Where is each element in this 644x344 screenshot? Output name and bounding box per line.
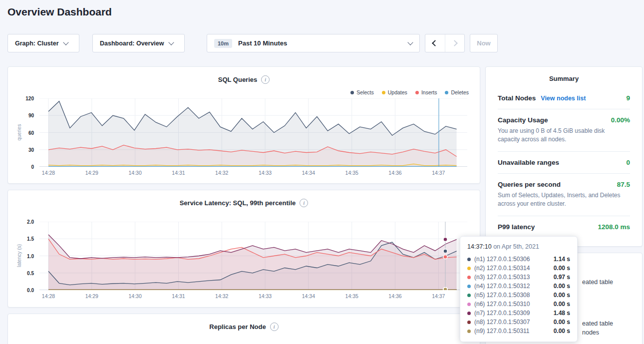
tooltip-node-row: (n4) 127.0.0.1:503120.00 s (467, 282, 570, 291)
y-axis-ticks: 0.00.51.01.52.0 (8, 222, 37, 290)
x-tick-label: 14:28 (42, 293, 55, 299)
node-address: (n1) 127.0.0.1:50306 (474, 256, 530, 263)
summary-row-unavailable-ranges: Unavailable ranges 0 (498, 152, 630, 174)
legend-dot (445, 91, 448, 94)
legend-dot (382, 91, 385, 94)
sql-queries-card: SQL Queries SelectsUpdatesInsertsDeletes… (7, 66, 480, 184)
node-latency-value: 0.00 s (554, 265, 570, 272)
tooltip-node-row: (n3) 127.0.0.1:503130.97 s (467, 273, 570, 282)
event-text-fragment: eated table (582, 320, 613, 327)
tooltip-node-row: (n2) 127.0.0.1:503140.00 s (467, 264, 570, 273)
y-tick-label: 0.5 (27, 270, 34, 276)
node-address: (n3) 127.0.0.1:50313 (474, 274, 530, 281)
y-axis-ticks: 0306090120 (8, 98, 37, 167)
total-nodes-label: Total Nodes (498, 94, 536, 102)
total-nodes-value: 9 (626, 94, 630, 102)
info-icon[interactable] (261, 75, 270, 84)
node-color-dot (467, 285, 471, 288)
node-latency-value: 0.97 s (554, 274, 570, 281)
y-tick-label: 0 (31, 164, 34, 170)
chart-title-row: Replicas per Node (8, 314, 480, 331)
node-address: (n2) 127.0.0.1:50314 (474, 265, 530, 272)
chevron-right-icon (451, 40, 458, 46)
legend-label: Inserts (421, 89, 437, 95)
legend-item-deletes[interactable]: Deletes (445, 89, 469, 95)
p99-latency-label: P99 latency (498, 223, 535, 231)
time-range-label: Past 10 Minutes (238, 39, 287, 47)
summary-row-qps: Queries per second 87.5 Sum of Selects, … (498, 174, 630, 216)
x-tick-label: 14:30 (128, 170, 141, 176)
chevron-down-icon (63, 39, 68, 45)
qps-desc: Sum of Selects, Updates, Inserts, and De… (498, 191, 630, 209)
node-address: (n8) 127.0.0.1:50307 (474, 319, 530, 326)
chart-title: SQL Queries (218, 76, 258, 83)
time-range-picker[interactable]: 10m Past 10 Minutes (207, 34, 420, 52)
legend-label: Deletes (451, 89, 469, 95)
x-tick-label: 14:35 (345, 293, 358, 299)
node-color-dot (467, 267, 471, 270)
info-icon[interactable] (270, 323, 279, 331)
chart-title-row: Service Latency: SQL, 99th percentile (8, 190, 480, 207)
x-axis-ticks: 14:2814:2914:3014:3114:3214:3314:3414:35… (39, 293, 467, 300)
node-latency-value: 0.00 s (554, 292, 570, 299)
y-tick-label: 120 (25, 96, 34, 101)
chevron-down-icon (168, 39, 174, 45)
info-icon[interactable] (300, 199, 308, 207)
graph-dropdown-label: Graph: Cluster (15, 40, 59, 47)
service-latency-svg (39, 222, 467, 290)
legend-item-updates[interactable]: Updates (382, 89, 407, 95)
node-address: (n7) 127.0.0.1:50309 (474, 310, 530, 317)
legend-item-inserts[interactable]: Inserts (415, 89, 437, 95)
x-tick-label: 14:34 (302, 293, 315, 299)
x-tick-label: 14:29 (85, 170, 98, 176)
now-button-label: Now (477, 39, 490, 47)
x-axis-ticks: 14:2814:2914:3014:3114:3214:3314:3414:35… (39, 170, 467, 177)
tooltip-node-row: (n7) 127.0.0.1:503091.48 s (467, 309, 570, 318)
dashboard-dropdown[interactable]: Dashboard: Overview (92, 34, 185, 52)
sql-queries-plot[interactable] (39, 98, 467, 167)
now-button[interactable]: Now (470, 34, 498, 52)
service-latency-plot[interactable] (39, 222, 467, 290)
summary-row-total-nodes: Total Nodes View nodes list 9 (498, 87, 630, 109)
node-latency-value: 0.00 s (554, 283, 570, 290)
sql-queries-svg (39, 98, 467, 167)
node-latency-value: 1.14 s (554, 256, 570, 263)
x-tick-label: 14:37 (432, 170, 445, 176)
p99-latency-value: 1208.0 ms (598, 223, 630, 231)
qps-value: 87.5 (617, 181, 630, 188)
node-address: (n4) 127.0.0.1:50312 (474, 283, 530, 290)
x-tick-label: 14:31 (172, 170, 185, 176)
tooltip-node-row: (n5) 127.0.0.1:503080.00 s (467, 291, 570, 300)
page-title: Overview Dashboard (7, 6, 112, 18)
tooltip-time: 14:37:10 (467, 243, 492, 250)
x-tick-label: 14:32 (215, 170, 228, 176)
x-tick-label: 14:35 (345, 170, 358, 176)
legend-dot (415, 91, 419, 94)
legend-label: Selects (356, 89, 373, 95)
node-address: (n5) 127.0.0.1:50308 (474, 292, 530, 299)
x-tick-label: 14:29 (85, 293, 98, 299)
dashboard-dropdown-label: Dashboard: Overview (100, 40, 164, 47)
node-color-dot (467, 330, 471, 333)
tooltip-rows: (n1) 127.0.0.1:503061.14 s(n2) 127.0.0.1… (467, 255, 570, 336)
x-tick-label: 14:37 (432, 293, 445, 299)
legend-item-selects[interactable]: Selects (350, 89, 373, 95)
x-tick-label: 14:36 (388, 170, 401, 176)
tooltip-node-row: (n8) 127.0.0.1:503070.00 s (467, 318, 570, 327)
graph-dropdown[interactable]: Graph: Cluster (7, 34, 79, 52)
node-color-dot (467, 258, 471, 261)
x-tick-label: 14:34 (302, 170, 315, 176)
summary-row-p99: P99 latency 1208.0 ms (498, 216, 630, 238)
service-latency-card: Service Latency: SQL, 99th percentile la… (7, 190, 480, 308)
time-next-button[interactable] (445, 34, 465, 52)
y-tick-label: 2.0 (27, 219, 34, 225)
node-latency-value: 0.00 s (554, 319, 570, 326)
view-nodes-list-link[interactable]: View nodes list (541, 95, 586, 102)
event-text-fragment: eated table (582, 279, 613, 286)
y-tick-label: 90 (28, 113, 34, 118)
tooltip-date: on Apr 5th, 2021 (493, 243, 539, 250)
node-latency-value: 0.00 s (554, 301, 570, 308)
x-tick-label: 14:33 (259, 170, 272, 176)
node-color-dot (467, 321, 471, 324)
time-prev-button[interactable] (425, 34, 445, 52)
